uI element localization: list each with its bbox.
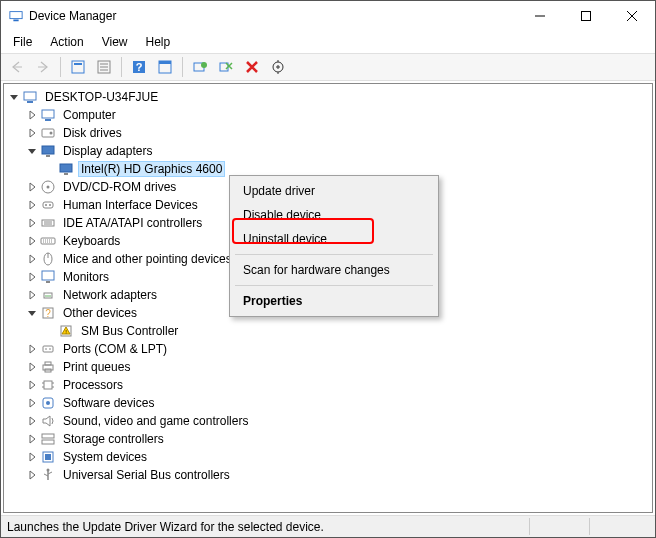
svg-rect-68 [42,434,54,438]
menu-file[interactable]: File [5,33,40,51]
uninstall-button[interactable] [240,55,264,79]
chevron-right-icon[interactable] [24,287,40,303]
toolbar: ? [1,53,655,81]
minimize-button[interactable] [517,1,563,31]
svg-point-50 [49,295,51,297]
chevron-right-icon[interactable] [24,341,40,357]
tree-node-label: Other devices [60,305,140,321]
show-hidden-button[interactable] [66,55,90,79]
window-title-text: Device Manager [29,9,116,23]
window-controls [517,1,655,31]
cpu-icon [40,377,56,393]
tree-node[interactable]: Ports (COM & LPT) [24,340,650,358]
menu-view[interactable]: View [94,33,136,51]
window-title: Device Manager [9,9,116,23]
tree-node-label: Print queues [60,359,133,375]
tree-node[interactable]: Processors [24,376,650,394]
tree-node-label: Intel(R) HD Graphics 4600 [78,161,225,177]
disk-icon [40,125,56,141]
chevron-right-icon[interactable] [24,215,40,231]
tree-node[interactable]: Sound, video and game controllers [24,412,650,430]
chevron-right-icon[interactable] [24,269,40,285]
tree-node-label: Monitors [60,269,112,285]
chevron-right-icon[interactable] [24,467,40,483]
help-button[interactable]: ? [127,55,151,79]
svg-rect-69 [42,440,54,444]
update-driver-button[interactable] [188,55,212,79]
chevron-right-icon[interactable] [24,197,40,213]
tree-node[interactable]: !SM Bus Controller [42,322,650,340]
port-icon [40,341,56,357]
svg-point-36 [49,204,51,206]
tree-node-label: Sound, video and game controllers [60,413,251,429]
chevron-right-icon[interactable] [24,233,40,249]
software-icon [40,395,56,411]
device-manager-icon [9,9,23,23]
cm-uninstall-device[interactable]: Uninstall device [233,227,435,251]
svg-rect-40 [41,238,55,244]
chevron-right-icon[interactable] [24,431,40,447]
scan-button[interactable] [153,55,177,79]
usb-icon [40,467,56,483]
properties-button[interactable] [92,55,116,79]
chevron-right-icon[interactable] [24,251,40,267]
device-tree[interactable]: DESKTOP-U34FJUEComputerDisk drivesDispla… [3,83,653,513]
monitor-icon [40,269,56,285]
tree-node[interactable]: Disk drives [24,124,650,142]
tree-node[interactable]: Print queues [24,358,650,376]
chevron-right-icon[interactable] [24,377,40,393]
chevron-right-icon[interactable] [24,449,40,465]
svg-rect-55 [43,346,53,352]
tree-node[interactable]: Universal Serial Bus controllers [24,466,650,484]
svg-point-19 [201,62,207,68]
tree-node[interactable]: DESKTOP-U34FJUE [6,88,650,106]
tree-node[interactable]: Computer [24,106,650,124]
mouse-icon [40,251,56,267]
chevron-right-icon[interactable] [24,359,40,375]
chevron-down-icon[interactable] [6,89,22,105]
warn-icon: ! [58,323,74,339]
cm-disable-device[interactable]: Disable device [233,203,435,227]
chevron-right-icon[interactable] [24,179,40,195]
maximize-button[interactable] [563,1,609,31]
cm-properties[interactable]: Properties [233,289,435,313]
chevron-right-icon[interactable] [24,125,40,141]
cm-update-driver[interactable]: Update driver [233,179,435,203]
menubar: File Action View Help [1,31,655,53]
svg-rect-25 [45,119,51,121]
svg-point-27 [50,132,53,135]
tree-node-label: Human Interface Devices [60,197,201,213]
tree-node[interactable]: Storage controllers [24,430,650,448]
forward-button[interactable] [31,55,55,79]
display-icon [58,161,74,177]
chevron-down-icon[interactable] [24,143,40,159]
tree-node[interactable]: Software devices [24,394,650,412]
svg-rect-0 [10,12,22,19]
svg-point-33 [47,186,50,189]
svg-text:?: ? [136,61,143,73]
tree-node-label: DESKTOP-U34FJUE [42,89,161,105]
chevron-right-icon[interactable] [24,395,40,411]
cm-scan-hardware[interactable]: Scan for hardware changes [233,258,435,282]
tree-node[interactable]: Display adapters [24,142,650,160]
hid-icon [40,197,56,213]
other-icon: ? [40,305,56,321]
close-button[interactable] [609,1,655,31]
tree-node-label: Software devices [60,395,157,411]
chevron-right-icon[interactable] [24,107,40,123]
statusbar: Launches the Update Driver Wizard for th… [1,515,655,537]
toolbar-separator [182,57,183,77]
scan-hw-button[interactable] [266,55,290,79]
disable-button[interactable] [214,55,238,79]
status-cell [529,518,589,535]
tree-node[interactable]: System devices [24,448,650,466]
back-button[interactable] [5,55,29,79]
menu-help[interactable]: Help [138,33,179,51]
chevron-right-icon[interactable] [24,413,40,429]
tree-node-label: Display adapters [60,143,155,159]
tree-node-label: Universal Serial Bus controllers [60,467,233,483]
chevron-down-icon[interactable] [24,305,40,321]
menu-action[interactable]: Action [42,33,91,51]
status-text: Launches the Update Driver Wizard for th… [7,520,529,534]
cm-separator [235,285,433,286]
